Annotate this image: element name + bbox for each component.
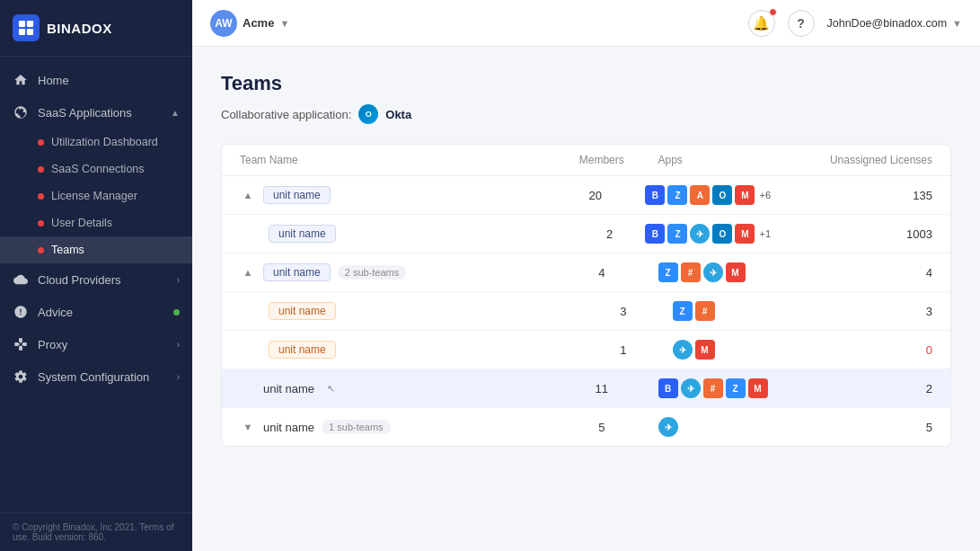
table-row: ▲ unit name 2 sub-teams 4 Z # ✈ M 4 (222, 253, 950, 292)
sidebar-item-license-label: License Manager (51, 190, 137, 202)
app-icon-zoom: Z (658, 262, 678, 282)
app-icon-gmail: M (748, 378, 768, 398)
cloud-icon (13, 271, 29, 288)
teams-dot (38, 247, 44, 253)
page-title: Teams (221, 72, 951, 95)
sidebar-item-userdetails[interactable]: User Details (0, 209, 192, 236)
sidebar-item-userdetails-label: User Details (51, 217, 112, 229)
utilization-dot (38, 139, 44, 146)
user-chevron-icon: ▼ (952, 18, 962, 29)
sidebar-item-advice[interactable]: Advice (0, 296, 192, 328)
app-icon-gmail: M (735, 185, 755, 205)
expand-button[interactable]: ▼ (240, 419, 256, 435)
collab-label: Collaborative application: (221, 108, 351, 121)
team-name-cell: unit name ↖ (240, 382, 545, 395)
user-info[interactable]: JohnDoe@binadox.com ▼ (827, 17, 963, 30)
members-cell: 11 (545, 382, 658, 395)
sidebar-item-teams[interactable]: Teams (0, 236, 192, 263)
app-icon-box: B (658, 378, 678, 398)
apps-extra: +6 (759, 190, 771, 200)
expand-button[interactable]: ▲ (240, 264, 256, 280)
help-button[interactable]: ? (788, 10, 815, 37)
org-name: Acme (243, 16, 274, 30)
col-team-name: Team Name (240, 154, 545, 166)
sidebar-item-sysconfig-label: System Configuration (38, 370, 168, 384)
licenses-cell: 5 (771, 421, 932, 434)
app-icon-telegram: ✈ (673, 340, 693, 360)
sidebar-item-connections[interactable]: SaaS Connections (0, 156, 192, 182)
svg-rect-3 (27, 29, 33, 35)
app-icon-okta: O (712, 224, 732, 244)
sidebar-item-teams-label: Teams (51, 244, 84, 256)
team-name-cell: unit name (269, 225, 574, 243)
app-icon-telegram: ✈ (658, 417, 678, 437)
apps-cell: ✈ (658, 417, 772, 437)
app-icon-asana: A (690, 185, 710, 205)
table-row: unit name ↖ 11 B ✈ # Z M 2 (222, 369, 950, 408)
apps-cell: B Z ✈ O M +1 (645, 224, 771, 244)
sidebar-item-advice-label: Advice (38, 306, 164, 319)
members-cell: 20 (545, 189, 645, 202)
okta-logo-icon: O (358, 104, 378, 124)
app-icon-gmail: M (726, 262, 746, 282)
team-tag: unit name (263, 186, 331, 204)
col-members: Members (545, 154, 658, 166)
licenses-cell: 0 (771, 343, 932, 357)
proxy-chevron: › (177, 340, 180, 350)
sidebar-item-sysconfig[interactable]: System Configuration › (0, 360, 192, 393)
licenses-cell: 1003 (771, 227, 932, 241)
table-row: unit name 3 Z # 3 (222, 292, 950, 331)
members-cell: 3 (574, 305, 673, 318)
app-icon-asana: # (703, 378, 723, 398)
team-name-cell: unit name (269, 341, 574, 359)
collab-row: Collaborative application: O Okta (221, 104, 951, 124)
app-icon-asana: # (681, 262, 701, 282)
license-dot (38, 193, 44, 200)
team-tag: unit name (269, 302, 336, 320)
notifications-button[interactable]: 🔔 (748, 10, 775, 37)
licenses-cell: 3 (771, 305, 932, 318)
nav: Home SaaS Applications ▲ Utilization Das… (0, 57, 192, 512)
sub-teams-badge: 2 sub-teams (338, 265, 407, 280)
app-icon-zoom: Z (673, 301, 693, 321)
sidebar-item-utilization[interactable]: Utilization Dashboard (0, 129, 192, 156)
app-icon-okta: O (712, 185, 732, 205)
app-icon-telegram: ✈ (681, 378, 701, 398)
svg-rect-2 (19, 29, 25, 35)
saas-icon (13, 104, 29, 120)
team-tag: unit name (269, 341, 336, 359)
org-selector[interactable]: AW Acme ▼ (210, 10, 289, 37)
sidebar-item-cloud[interactable]: Cloud Providers › (0, 263, 192, 296)
app-icon-gmail: M (735, 224, 755, 244)
collab-name: Okta (385, 108, 411, 121)
sidebar-item-utilization-label: Utilization Dashboard (51, 136, 158, 148)
help-icon: ? (797, 16, 805, 31)
apps-cell: ✈ M (673, 340, 772, 360)
apps-cell: Z # (673, 301, 772, 321)
sub-teams-badge: 1 sub-teams (322, 420, 391, 434)
bell-icon: 🔔 (753, 15, 770, 31)
app-icon-zoom: Z (667, 185, 687, 205)
col-licenses: Unassigned Licenses (771, 154, 932, 166)
table-row: unit name 2 B Z ✈ O M +1 1003 (222, 215, 950, 253)
logo-icon (13, 14, 40, 41)
table-row: unit name 1 ✈ M 0 (222, 331, 950, 369)
app-icon-telegram: ✈ (690, 224, 710, 244)
members-cell: 4 (545, 266, 658, 280)
table-header: Team Name Members Apps Unassigned Licens… (222, 145, 950, 176)
sidebar-item-license[interactable]: License Manager (0, 182, 192, 209)
licenses-cell: 135 (771, 189, 932, 202)
team-name-cell: unit name (269, 302, 574, 320)
sidebar-item-proxy-label: Proxy (38, 338, 168, 351)
sidebar-item-connections-label: SaaS Connections (51, 163, 145, 175)
apps-extra: +1 (759, 228, 771, 239)
advice-dot (173, 309, 180, 315)
expand-button[interactable]: ▲ (240, 187, 256, 203)
sidebar-item-home[interactable]: Home (0, 64, 192, 96)
sidebar-item-proxy[interactable]: Proxy › (0, 328, 192, 360)
sidebar-item-saas[interactable]: SaaS Applications ▲ (0, 96, 192, 129)
cursor-indicator: ↖ (327, 383, 335, 395)
apps-cell: B Z A O M +6 (645, 185, 771, 205)
sidebar: BINADOX Home SaaS Applications ▲ Utiliza… (0, 0, 192, 551)
team-tag: unit name (263, 263, 331, 281)
